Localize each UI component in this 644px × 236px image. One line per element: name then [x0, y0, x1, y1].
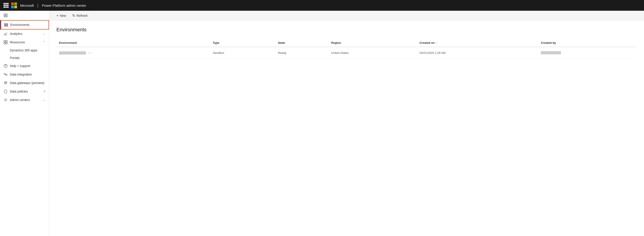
svg-rect-4: [4, 40, 5, 42]
more-options-button[interactable]: ⋯: [87, 50, 94, 55]
svg-rect-2: [4, 26, 8, 26]
app-title: Power Platform admin center: [42, 3, 86, 7]
svg-rect-6: [4, 42, 5, 44]
col-header-created-on[interactable]: Created on ↓: [417, 39, 538, 47]
sidebar-item-resources[interactable]: Resources ⌃: [0, 38, 49, 46]
sidebar-item-environments-label: Environments: [10, 23, 45, 27]
sidebar-item-dynamics365apps-label: Dynamics 365 apps: [10, 48, 38, 52]
sidebar-item-portals[interactable]: Portals: [0, 54, 49, 62]
col-header-region[interactable]: Region: [328, 39, 417, 47]
col-header-environment[interactable]: Environment: [56, 39, 210, 47]
svg-rect-13: [5, 83, 6, 84]
sidebar-item-data-gateways-label: Data gateways (preview): [10, 81, 46, 85]
sidebar-item-environments[interactable]: Environments: [0, 20, 49, 29]
svg-rect-11: [6, 74, 7, 75]
page-title: Environments: [56, 27, 637, 33]
cell-created-on: 03/21/2020 1:28 AM: [417, 47, 538, 59]
created-by-blurred: [541, 51, 561, 54]
svg-point-9: [5, 67, 6, 67]
sidebar-item-analytics[interactable]: Analytics ⌄: [0, 29, 49, 38]
sidebar-item-help-support-label: Help + support: [10, 64, 46, 68]
svg-point-15: [5, 99, 6, 101]
sidebar-item-portals-label: Portals: [10, 56, 20, 60]
content-area: + New ↻ Refresh Environments Environment…: [49, 11, 644, 236]
cell-region: United States: [328, 47, 417, 59]
sort-arrow-icon: ↓: [436, 42, 438, 44]
sidebar-item-data-policies[interactable]: Data policies ↗: [0, 87, 49, 96]
external-link-icon: ↗: [43, 90, 46, 93]
svg-rect-10: [4, 74, 5, 74]
environments-table: Environment Type State Region Created on…: [56, 39, 637, 59]
divider: |: [38, 3, 38, 8]
sidebar-item-dynamics365apps[interactable]: Dynamics 365 apps: [0, 46, 49, 54]
sidebar-item-data-integration-label: Data integration: [10, 73, 46, 76]
sidebar-item-admin-centers[interactable]: Admin centers ⌄: [0, 96, 49, 104]
resources-icon: [4, 40, 8, 44]
analytics-chevron-down-icon: ⌄: [43, 32, 46, 35]
sidebar-item-data-integration[interactable]: Data integration: [0, 70, 49, 79]
top-bar: Microsoft | Power Platform admin center: [0, 0, 644, 11]
data-gateways-icon: [4, 81, 8, 85]
shield-icon: [4, 89, 8, 93]
col-header-type[interactable]: Type: [210, 39, 275, 47]
sidebar-item-admin-centers-label: Admin centers: [10, 98, 41, 102]
admin-centers-chevron-down-icon: ⌄: [43, 98, 46, 102]
sidebar-item-help-support[interactable]: Help + support: [0, 62, 49, 70]
environments-icon: [4, 23, 8, 27]
main-content: Environments Environment Type State Regi…: [49, 20, 644, 236]
microsoft-logo: [11, 2, 17, 8]
sidebar: Environments Analytics ⌄: [0, 11, 49, 236]
col-header-created-by[interactable]: Created by: [538, 39, 637, 47]
analytics-icon: [4, 32, 8, 36]
svg-rect-0: [4, 23, 8, 24]
refresh-icon: ↻: [72, 13, 75, 18]
svg-rect-7: [6, 42, 8, 44]
table-row: ⋯ Sandbox Ready United States 03/21/2020: [56, 47, 637, 59]
main-layout: Environments Analytics ⌄: [0, 11, 644, 236]
table-header-row: Environment Type State Region Created on…: [56, 39, 637, 47]
resources-chevron-up-icon: ⌃: [43, 41, 46, 44]
cell-type: Sandbox: [210, 47, 275, 59]
cell-environment-name[interactable]: ⋯: [56, 47, 210, 59]
waffle-menu[interactable]: [4, 3, 8, 8]
sidebar-item-analytics-label: Analytics: [10, 32, 41, 35]
environment-name-blurred: [59, 51, 86, 55]
refresh-button-label: Refresh: [76, 14, 88, 17]
data-integration-icon: [4, 72, 8, 76]
hamburger-icon: [4, 14, 8, 17]
toolbar: + New ↻ Refresh: [49, 11, 644, 20]
refresh-button[interactable]: ↻ Refresh: [70, 12, 90, 19]
microsoft-label: Microsoft: [20, 3, 34, 7]
help-support-icon: [4, 64, 8, 68]
new-button-label: New: [60, 14, 66, 17]
sidebar-item-data-policies-label: Data policies: [10, 90, 40, 93]
sidebar-item-data-gateways[interactable]: Data gateways (preview): [0, 79, 49, 87]
plus-icon: +: [56, 14, 58, 18]
cell-state: Ready: [275, 47, 328, 59]
svg-point-8: [4, 64, 8, 68]
svg-rect-5: [6, 40, 8, 42]
svg-rect-1: [4, 25, 8, 25]
sidebar-item-resources-label: Resources: [10, 40, 41, 44]
new-button[interactable]: + New: [54, 12, 69, 19]
cell-created-by: [538, 47, 637, 59]
col-header-state[interactable]: State: [275, 39, 328, 47]
admin-centers-icon: [4, 98, 8, 102]
sidebar-toggle[interactable]: [0, 11, 49, 20]
